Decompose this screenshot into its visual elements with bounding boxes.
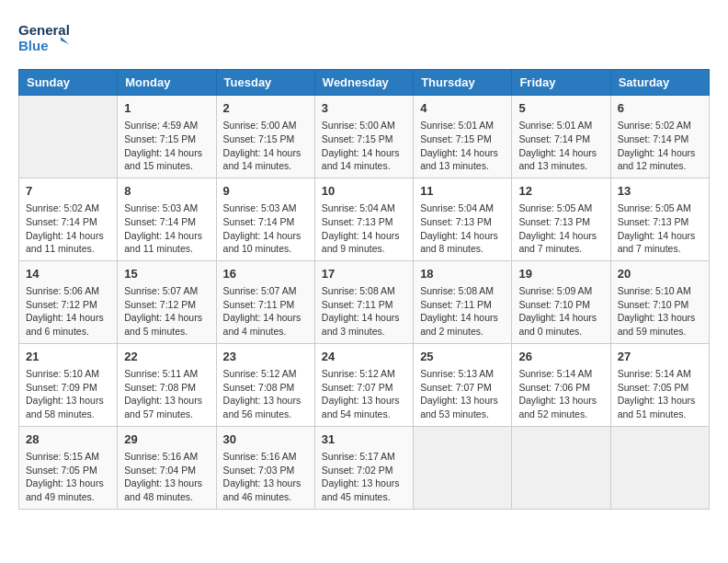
cell-info: Sunrise: 5:00 AM Sunset: 7:15 PM Dayligh…	[223, 119, 308, 173]
cell-info: Sunrise: 5:12 AM Sunset: 7:07 PM Dayligh…	[322, 367, 406, 421]
cell-info: Sunrise: 5:16 AM Sunset: 7:03 PM Dayligh…	[223, 450, 308, 504]
col-header-sunday: Sunday	[19, 70, 118, 96]
calendar-cell: 6Sunrise: 5:02 AM Sunset: 7:14 PM Daylig…	[610, 96, 709, 178]
svg-marker-2	[61, 37, 69, 44]
col-header-saturday: Saturday	[610, 70, 709, 96]
calendar-cell: 10Sunrise: 5:04 AM Sunset: 7:13 PM Dayli…	[314, 178, 413, 260]
day-number: 11	[420, 183, 505, 200]
day-number: 4	[420, 100, 505, 117]
cell-info: Sunrise: 5:10 AM Sunset: 7:09 PM Dayligh…	[26, 367, 110, 421]
cell-info: Sunrise: 5:08 AM Sunset: 7:11 PM Dayligh…	[420, 284, 505, 339]
calendar-cell: 7Sunrise: 5:02 AM Sunset: 7:14 PM Daylig…	[19, 178, 118, 260]
cell-info: Sunrise: 5:15 AM Sunset: 7:05 PM Dayligh…	[26, 450, 110, 504]
col-header-friday: Friday	[512, 70, 610, 96]
day-number: 17	[322, 266, 406, 282]
cell-info: Sunrise: 5:03 AM Sunset: 7:14 PM Dayligh…	[124, 201, 209, 256]
calendar-cell: 15Sunrise: 5:07 AM Sunset: 7:12 PM Dayli…	[118, 260, 216, 343]
cell-info: Sunrise: 5:13 AM Sunset: 7:07 PM Dayligh…	[420, 367, 505, 421]
calendar-cell: 19Sunrise: 5:09 AM Sunset: 7:10 PM Dayli…	[512, 260, 610, 343]
calendar-cell: 23Sunrise: 5:12 AM Sunset: 7:08 PM Dayli…	[216, 343, 314, 426]
calendar-week-1: 1Sunrise: 4:59 AM Sunset: 7:15 PM Daylig…	[19, 96, 710, 178]
day-number: 22	[124, 349, 209, 365]
col-header-wednesday: Wednesday	[314, 70, 413, 96]
calendar-cell: 26Sunrise: 5:14 AM Sunset: 7:06 PM Dayli…	[512, 343, 610, 426]
day-number: 30	[223, 431, 308, 448]
cell-info: Sunrise: 5:12 AM Sunset: 7:08 PM Dayligh…	[223, 367, 308, 421]
day-number: 8	[124, 183, 209, 200]
cell-info: Sunrise: 5:07 AM Sunset: 7:12 PM Dayligh…	[124, 284, 209, 339]
cell-info: Sunrise: 5:08 AM Sunset: 7:11 PM Dayligh…	[322, 284, 406, 339]
day-number: 23	[223, 349, 308, 365]
calendar-cell: 21Sunrise: 5:10 AM Sunset: 7:09 PM Dayli…	[19, 343, 118, 426]
day-number: 18	[420, 266, 505, 282]
calendar-cell: 2Sunrise: 5:00 AM Sunset: 7:15 PM Daylig…	[216, 96, 314, 178]
day-number: 2	[223, 100, 308, 117]
calendar-cell: 8Sunrise: 5:03 AM Sunset: 7:14 PM Daylig…	[118, 178, 216, 260]
calendar-week-5: 28Sunrise: 5:15 AM Sunset: 7:05 PM Dayli…	[19, 426, 710, 509]
cell-info: Sunrise: 5:01 AM Sunset: 7:15 PM Dayligh…	[420, 119, 505, 173]
calendar-cell: 22Sunrise: 5:11 AM Sunset: 7:08 PM Dayli…	[118, 343, 216, 426]
calendar-cell: 18Sunrise: 5:08 AM Sunset: 7:11 PM Dayli…	[414, 260, 512, 343]
day-number: 5	[518, 100, 603, 117]
calendar-week-2: 7Sunrise: 5:02 AM Sunset: 7:14 PM Daylig…	[19, 178, 710, 260]
day-number: 21	[26, 349, 110, 365]
cell-info: Sunrise: 5:07 AM Sunset: 7:11 PM Dayligh…	[223, 284, 308, 339]
cell-info: Sunrise: 5:04 AM Sunset: 7:13 PM Dayligh…	[322, 201, 406, 256]
calendar-cell: 31Sunrise: 5:17 AM Sunset: 7:02 PM Dayli…	[314, 426, 413, 509]
calendar-table: SundayMondayTuesdayWednesdayThursdayFrid…	[18, 69, 710, 510]
header-row: SundayMondayTuesdayWednesdayThursdayFrid…	[19, 70, 710, 96]
day-number: 1	[124, 100, 209, 117]
day-number: 9	[223, 183, 308, 200]
calendar-cell	[19, 96, 118, 178]
calendar-cell: 5Sunrise: 5:01 AM Sunset: 7:14 PM Daylig…	[512, 96, 610, 178]
calendar-cell	[414, 426, 512, 509]
calendar-cell: 12Sunrise: 5:05 AM Sunset: 7:13 PM Dayli…	[512, 178, 610, 260]
day-number: 29	[124, 431, 209, 448]
col-header-tuesday: Tuesday	[216, 70, 314, 96]
col-header-thursday: Thursday	[414, 70, 512, 96]
day-number: 27	[618, 349, 702, 365]
calendar-cell: 27Sunrise: 5:14 AM Sunset: 7:05 PM Dayli…	[610, 343, 709, 426]
day-number: 13	[618, 183, 702, 200]
calendar-cell: 20Sunrise: 5:10 AM Sunset: 7:10 PM Dayli…	[610, 260, 709, 343]
cell-info: Sunrise: 5:04 AM Sunset: 7:13 PM Dayligh…	[420, 201, 505, 256]
day-number: 7	[26, 183, 110, 200]
cell-info: Sunrise: 5:06 AM Sunset: 7:12 PM Dayligh…	[26, 284, 110, 339]
day-number: 14	[26, 266, 110, 282]
calendar-cell: 30Sunrise: 5:16 AM Sunset: 7:03 PM Dayli…	[216, 426, 314, 509]
calendar-cell: 17Sunrise: 5:08 AM Sunset: 7:11 PM Dayli…	[314, 260, 413, 343]
calendar-cell: 24Sunrise: 5:12 AM Sunset: 7:07 PM Dayli…	[314, 343, 413, 426]
day-number: 20	[618, 266, 702, 282]
calendar-cell: 9Sunrise: 5:03 AM Sunset: 7:14 PM Daylig…	[216, 178, 314, 260]
calendar-cell: 14Sunrise: 5:06 AM Sunset: 7:12 PM Dayli…	[19, 260, 118, 343]
col-header-monday: Monday	[118, 70, 216, 96]
cell-info: Sunrise: 5:03 AM Sunset: 7:14 PM Dayligh…	[223, 201, 308, 256]
day-number: 31	[322, 431, 406, 448]
day-number: 3	[322, 100, 406, 117]
cell-info: Sunrise: 5:14 AM Sunset: 7:05 PM Dayligh…	[618, 367, 702, 421]
calendar-cell	[512, 426, 610, 509]
day-number: 25	[420, 349, 505, 365]
calendar-cell: 1Sunrise: 4:59 AM Sunset: 7:15 PM Daylig…	[118, 96, 216, 178]
calendar-cell: 28Sunrise: 5:15 AM Sunset: 7:05 PM Dayli…	[19, 426, 118, 509]
cell-info: Sunrise: 4:59 AM Sunset: 7:15 PM Dayligh…	[124, 119, 209, 173]
day-number: 26	[518, 349, 603, 365]
calendar-cell: 16Sunrise: 5:07 AM Sunset: 7:11 PM Dayli…	[216, 260, 314, 343]
day-number: 12	[518, 183, 603, 200]
cell-info: Sunrise: 5:02 AM Sunset: 7:14 PM Dayligh…	[618, 119, 702, 173]
logo-svg: GeneralBlue	[18, 18, 69, 60]
calendar-cell: 25Sunrise: 5:13 AM Sunset: 7:07 PM Dayli…	[414, 343, 512, 426]
logo: GeneralBlue	[18, 18, 69, 60]
cell-info: Sunrise: 5:11 AM Sunset: 7:08 PM Dayligh…	[124, 367, 209, 421]
cell-info: Sunrise: 5:10 AM Sunset: 7:10 PM Dayligh…	[618, 284, 702, 339]
cell-info: Sunrise: 5:01 AM Sunset: 7:14 PM Dayligh…	[518, 119, 603, 173]
day-number: 6	[618, 100, 702, 117]
cell-info: Sunrise: 5:17 AM Sunset: 7:02 PM Dayligh…	[322, 450, 406, 504]
cell-info: Sunrise: 5:14 AM Sunset: 7:06 PM Dayligh…	[518, 367, 603, 421]
day-number: 15	[124, 266, 209, 282]
calendar-cell: 4Sunrise: 5:01 AM Sunset: 7:15 PM Daylig…	[414, 96, 512, 178]
cell-info: Sunrise: 5:09 AM Sunset: 7:10 PM Dayligh…	[518, 284, 603, 339]
cell-info: Sunrise: 5:02 AM Sunset: 7:14 PM Dayligh…	[26, 201, 110, 256]
cell-info: Sunrise: 5:05 AM Sunset: 7:13 PM Dayligh…	[618, 201, 702, 256]
cell-info: Sunrise: 5:16 AM Sunset: 7:04 PM Dayligh…	[124, 450, 209, 504]
